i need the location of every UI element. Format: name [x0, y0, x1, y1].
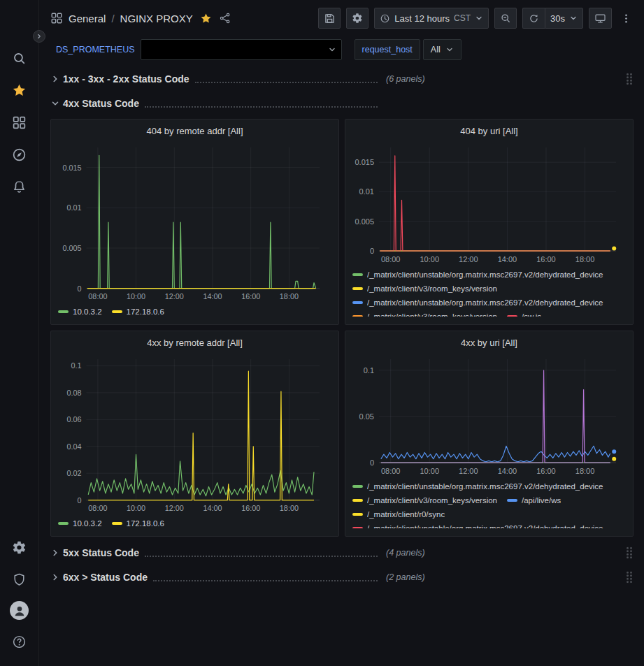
legend-series-color: [58, 310, 69, 313]
row-5xx-status-code[interactable]: 5xx Status Code (4 panels): [50, 544, 634, 562]
legend-item[interactable]: /sw.js: [507, 311, 541, 317]
refresh-group: 30s: [522, 8, 583, 29]
svg-text:14:00: 14:00: [498, 255, 517, 263]
dashboard-content: 1xx - 3xx - 2xx Status Code (6 panels) 4…: [39, 63, 644, 666]
panel-title[interactable]: 4xx by uri [All]: [352, 337, 626, 349]
cycle-view-mode-button[interactable]: [589, 8, 612, 29]
svg-text:0.015: 0.015: [63, 164, 82, 172]
timeseries-chart[interactable]: 08:0010:0012:0014:0016:0018:0000.050.1: [352, 352, 626, 478]
dashboard-settings-button[interactable]: [346, 8, 368, 29]
timeseries-chart[interactable]: 08:0010:0012:0014:0016:0018:0000.0050.01…: [58, 140, 331, 303]
sidebar-item-help[interactable]: [6, 628, 34, 656]
legend-series-color: [112, 310, 122, 313]
sidebar: [0, 0, 39, 666]
legend-item[interactable]: /_matrix/client/r0/sync: [352, 509, 445, 519]
chevron-down-icon: [569, 14, 578, 22]
sidebar-item-search[interactable]: [6, 44, 34, 72]
legend-item[interactable]: /_matrix/client/unstable/org.matrix.msc2…: [352, 523, 603, 528]
panel-title[interactable]: 4xx by remote addr [All]: [58, 337, 331, 349]
topbar-actions: Last 12 hours CST 30s: [318, 8, 634, 29]
sidebar-item-starred[interactable]: [6, 76, 34, 104]
svg-text:08:00: 08:00: [88, 504, 107, 512]
legend-series-label: /_matrix/client/unstable/org.matrix.msc2…: [367, 524, 603, 529]
svg-text:16:00: 16:00: [241, 292, 260, 301]
legend-series-label: /_matrix/client/v3/room_keys/version: [367, 284, 497, 293]
time-range-label: Last 12 hours: [394, 13, 450, 24]
sidebar-item-server-admin[interactable]: [6, 565, 34, 593]
search-icon: [12, 51, 27, 66]
zoom-out-time-button[interactable]: [494, 8, 517, 29]
dashboards-grid-icon[interactable]: [50, 12, 63, 24]
svg-text:0.08: 0.08: [67, 389, 82, 397]
legend-series-label: /_matrix/client/v3/room_keys/version: [367, 496, 497, 505]
sidebar-item-dashboards[interactable]: [6, 108, 34, 136]
sidebar-expand-toggle[interactable]: [33, 30, 45, 43]
user-avatar[interactable]: [10, 601, 29, 620]
clock-icon: [380, 13, 390, 24]
legend-item[interactable]: 172.18.0.6: [112, 306, 164, 317]
favorite-star-icon[interactable]: [200, 13, 212, 24]
row-title: 1xx - 3xx - 2xx Status Code: [63, 73, 189, 85]
svg-text:18:00: 18:00: [575, 467, 595, 475]
legend-item[interactable]: /_matrix/client/unstable/org.matrix.msc2…: [352, 269, 603, 280]
row-lead: 5xx Status Code: [63, 546, 379, 559]
svg-text:0: 0: [78, 284, 82, 293]
variable-label-ds-prometheus[interactable]: DS_PROMETHEUS: [56, 45, 141, 55]
legend-series-color: [352, 287, 363, 290]
legend-item[interactable]: /api/live/ws: [507, 495, 561, 505]
svg-text:14:00: 14:00: [498, 467, 517, 475]
svg-text:10:00: 10:00: [127, 504, 145, 512]
timeseries-chart[interactable]: 08:0010:0012:0014:0016:0018:0000.0050.01…: [352, 140, 626, 266]
row-dotted-line: [145, 98, 378, 108]
legend-item[interactable]: 10.0.3.2: [58, 518, 102, 528]
row-1xx-3xx-2xx-status-code[interactable]: 1xx - 3xx - 2xx Status Code (6 panels): [50, 70, 634, 88]
svg-text:16:00: 16:00: [536, 467, 556, 475]
legend-item[interactable]: 172.18.0.6: [112, 518, 164, 528]
more-options-button[interactable]: [617, 8, 634, 29]
breadcrumb-dashboard-title[interactable]: NGINX PROXY: [120, 13, 193, 24]
chevron-down-icon: [50, 99, 60, 108]
shield-icon: [12, 572, 27, 587]
share-button[interactable]: [217, 10, 233, 26]
chevron-right-icon: [36, 33, 43, 40]
chevron-down-icon: [328, 45, 336, 54]
panel-title[interactable]: 404 by remote addr [All]: [58, 125, 331, 138]
row-drag-handle[interactable]: [626, 571, 633, 584]
svg-text:0.015: 0.015: [355, 158, 374, 166]
timeseries-chart[interactable]: 08:0010:0012:0014:0016:0018:0000.020.040…: [58, 352, 331, 515]
sidebar-item-configuration[interactable]: [6, 533, 34, 561]
svg-text:10:00: 10:00: [420, 467, 439, 475]
refresh-button[interactable]: [522, 8, 545, 29]
time-range-picker[interactable]: Last 12 hours CST: [374, 8, 489, 29]
variable-value-request-host[interactable]: All: [423, 39, 461, 60]
row-drag-handle[interactable]: [626, 546, 633, 559]
svg-text:14:00: 14:00: [203, 504, 222, 512]
grafana-logo[interactable]: [8, 7, 31, 31]
save-dashboard-button[interactable]: [318, 8, 341, 29]
variable-value-ds-prometheus[interactable]: [141, 39, 342, 60]
breadcrumb-general[interactable]: General: [69, 13, 106, 24]
save-icon: [324, 13, 335, 24]
legend-item[interactable]: 10.0.3.2: [58, 306, 102, 317]
row-4xx-status-code[interactable]: 4xx Status Code: [50, 94, 634, 113]
help-icon: [12, 635, 27, 649]
variable-label-request-host[interactable]: request_host: [355, 39, 420, 60]
dashboard-variables-bar: DS_PROMETHEUS request_host All: [39, 36, 644, 63]
legend-item[interactable]: /_matrix/client/unstable/org.matrix.msc2…: [352, 297, 603, 307]
refresh-interval-picker[interactable]: 30s: [545, 8, 583, 29]
legend-item[interactable]: /_matrix/client/v3/room_keys/version: [352, 311, 497, 317]
sidebar-item-alerting[interactable]: [6, 173, 34, 201]
row-lead: 4xx Status Code: [63, 97, 379, 110]
sidebar-item-explore[interactable]: [6, 140, 34, 168]
legend-item[interactable]: /_matrix/client/unstable/org.matrix.msc2…: [352, 481, 603, 491]
svg-text:18:00: 18:00: [575, 255, 595, 263]
panel-title[interactable]: 404 by uri [All]: [352, 125, 626, 138]
legend-series-label: 10.0.3.2: [73, 519, 102, 528]
timezone-label: CST: [454, 13, 471, 23]
person-icon: [12, 603, 27, 618]
row-6xx-status-code[interactable]: 6xx > Status Code (2 panels): [50, 568, 634, 586]
legend-item[interactable]: /_matrix/client/v3/room_keys/version: [352, 283, 497, 294]
svg-text:0.02: 0.02: [67, 469, 82, 477]
row-drag-handle[interactable]: [626, 73, 633, 85]
legend-item[interactable]: /_matrix/client/v3/room_keys/version: [352, 495, 497, 505]
